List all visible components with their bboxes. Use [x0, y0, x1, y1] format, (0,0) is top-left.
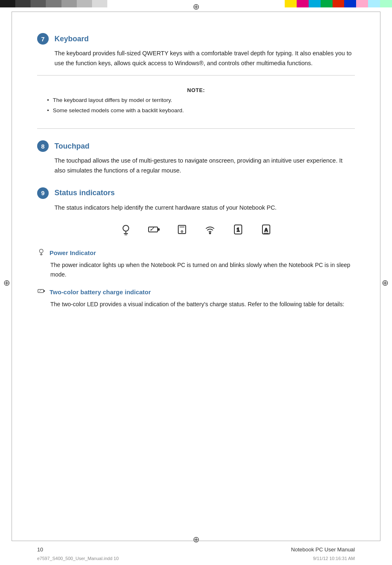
svg-rect-5: [158, 229, 159, 230]
registration-mark: ⊕: [382, 278, 389, 288]
color-swatch: [285, 0, 297, 7]
page-border: [12, 12, 380, 12]
svg-text:A: A: [264, 227, 268, 232]
color-swatch: [46, 0, 61, 7]
section-header: 9 Status indicators: [37, 187, 355, 199]
power-status-icon: [119, 223, 132, 236]
capslock-status-icon: A: [260, 223, 273, 236]
registration-mark: ⊕: [193, 2, 200, 12]
note-box: NOTE: The keyboard layout differs by mod…: [37, 82, 355, 122]
section-body: The status indicators help identify the …: [54, 203, 355, 213]
divider: [37, 75, 355, 76]
divider: [37, 128, 355, 129]
color-swatch: [344, 0, 356, 7]
color-swatch: [77, 0, 92, 7]
section-number: 9: [37, 187, 49, 199]
color-swatch: [321, 0, 333, 7]
svg-rect-4: [149, 227, 158, 232]
page-content: 7 Keyboard The keyboard provides full-si…: [37, 33, 355, 532]
section-header: 7 Keyboard: [37, 33, 355, 45]
status-icons-row: 1 A: [37, 223, 355, 236]
page-number: 10: [37, 546, 43, 553]
sub-section-body: The power indicator lights up when the N…: [50, 260, 355, 279]
sub-section-header: Two-color battery charge indicator: [37, 287, 355, 297]
registration-mark: ⊕: [3, 278, 10, 288]
color-swatch: [0, 0, 15, 7]
section-touchpad: 8 Touchpad The touchpad allows the use o…: [37, 140, 355, 176]
section-keyboard: 7 Keyboard The keyboard provides full-si…: [37, 33, 355, 129]
section-header: 8 Touchpad: [37, 140, 355, 152]
page-border: [380, 12, 380, 541]
footer: 10 Notebook PC User Manual: [37, 546, 355, 553]
svg-line-23: [39, 290, 41, 292]
page-border: [12, 541, 380, 541]
battery-status-icon: [147, 223, 161, 236]
section-title: Status indicators: [54, 189, 115, 197]
color-swatch: [333, 0, 345, 7]
sub-section-power: Power Indicator The power indicator ligh…: [37, 248, 355, 279]
section-body: The touchpad allows the use of multi-ges…: [54, 156, 355, 176]
color-swatch: [368, 0, 380, 7]
section-title: Keyboard: [54, 35, 89, 43]
section-status: 9 Status indicators The status indicator…: [37, 187, 355, 309]
color-swatch: [380, 0, 392, 7]
svg-rect-21: [38, 289, 44, 293]
svg-point-11: [210, 232, 211, 234]
section-number: 7: [37, 33, 49, 45]
footer-title: Notebook PC User Manual: [291, 546, 355, 553]
svg-point-17: [40, 249, 43, 253]
color-swatch: [15, 0, 31, 7]
note-item: The keyboard layout differs by model or …: [45, 96, 347, 105]
page-border: [12, 12, 12, 541]
note-label: NOTE:: [45, 87, 347, 93]
svg-point-0: [123, 225, 129, 231]
sub-section-title: Power Indicator: [50, 249, 96, 256]
section-title: Touchpad: [54, 142, 90, 151]
sub-section-body: The two-color LED provides a visual indi…: [50, 300, 355, 309]
battery-sub-icon: [37, 287, 45, 297]
note-item: Some selected models come with a backlit…: [45, 106, 347, 115]
numlock-status-icon: 1: [231, 223, 245, 236]
section-number: 8: [37, 140, 49, 152]
color-swatch: [61, 0, 77, 7]
power-sub-icon: [37, 248, 45, 258]
sub-section-header: Power Indicator: [37, 248, 355, 258]
color-swatch: [356, 0, 368, 7]
footer-date: 9/11/12 10:16:31 AM: [313, 556, 355, 561]
color-swatch: [297, 0, 309, 7]
wifi-status-icon: [203, 223, 217, 236]
footer-file: e7597_S400_500_User_Manual.indd 10: [37, 556, 119, 561]
drive-status-icon: [175, 223, 189, 236]
color-swatch: [309, 0, 321, 7]
registration-mark: ⊕: [193, 534, 200, 544]
sub-section-battery: Two-color battery charge indicator The t…: [37, 287, 355, 309]
color-swatch: [31, 0, 46, 7]
section-body: The keyboard provides full-sized QWERTY …: [54, 49, 355, 69]
svg-text:1: 1: [237, 227, 240, 233]
svg-rect-22: [44, 291, 45, 292]
svg-point-9: [181, 231, 183, 232]
color-swatch: [92, 0, 107, 7]
sub-section-title: Two-color battery charge indicator: [50, 288, 151, 296]
